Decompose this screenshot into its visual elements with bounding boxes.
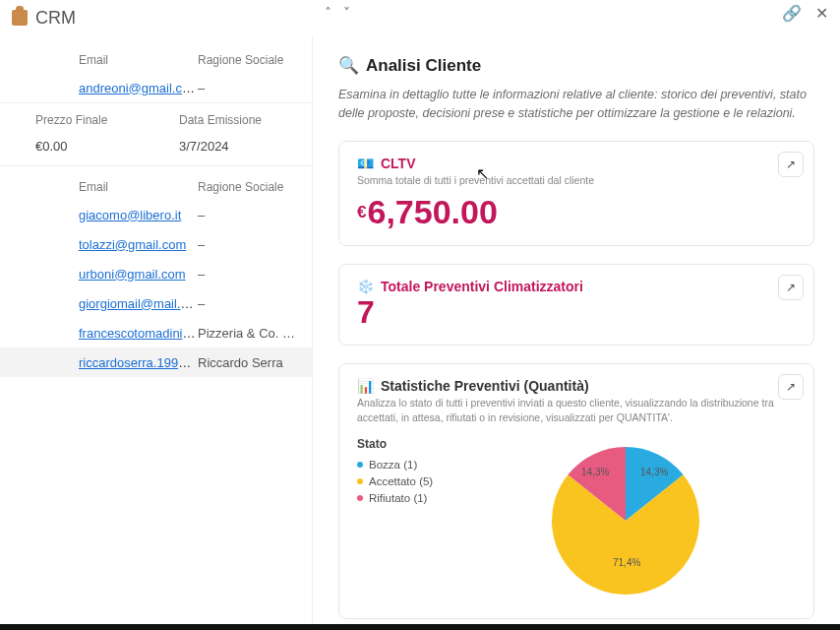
email-link[interactable]: tolazzi@gmail.com [79, 237, 186, 252]
cltv-amount: 6,750.00 [367, 193, 497, 230]
legend-label: Accettato (5) [369, 475, 433, 487]
bottom-bar [0, 624, 840, 630]
chart-icon: 📊 [357, 378, 374, 394]
ragione-cell: Pizzeria & Co. di Fran [198, 326, 300, 341]
email-link[interactable]: riccardoserra.1999@… [79, 355, 198, 370]
stats-title: 📊 Statistiche Preventivi (Quantità) [357, 378, 796, 394]
panel-title-text: Analisi Cliente [366, 56, 481, 76]
cltv-card: ↗ 💶 CLTV Somma totale di tutti i prevent… [338, 141, 814, 247]
close-icon[interactable]: ✕ [815, 4, 828, 23]
panel-toolbar: ˄ ˅ 🔗 ✕ [313, 0, 840, 26]
total-title: ❄️ Totale Preventivi Climatizzatori [357, 279, 796, 294]
ragione-cell: – [198, 208, 300, 222]
email-link[interactable]: giacomo@libero.it [79, 208, 181, 222]
left-header-c: Email Ragione Sociale [0, 166, 312, 200]
data-val: 3/7/2024 [179, 139, 229, 154]
hdr-ragione: Ragione Sociale [198, 53, 300, 67]
email-link[interactable]: francescotomadini@l… [79, 326, 198, 341]
list-item[interactable]: tolazzi@gmail.com – [0, 229, 312, 259]
list-item[interactable]: giacomo@libero.it – [0, 200, 312, 229]
panel-description: Esamina in dettaglio tutte le informazio… [338, 86, 814, 123]
list-item-selected[interactable]: riccardoserra.1999@… Riccardo Serra [0, 347, 312, 377]
pie-chart: 14,3% 71,4% 14,3% [542, 437, 709, 604]
legend-label: Rifiutato (1) [369, 492, 427, 504]
snowflake-icon: ❄️ [357, 279, 374, 294]
cltv-subtitle: Somma totale di tutti i preventivi accet… [357, 173, 796, 188]
cltv-title-text: CLTV [381, 156, 416, 171]
hdr-email: Email [79, 53, 198, 67]
prezzo-val: €0.00 [35, 139, 179, 154]
list-item[interactable]: giorgiomail@mail.com – [0, 288, 312, 318]
link-icon[interactable]: 🔗 [782, 4, 802, 23]
panel-body: 🔍 Analisi Cliente Esamina in dettaglio t… [313, 26, 840, 630]
expand-icon[interactable]: ↗ [778, 374, 804, 400]
email-link[interactable]: andreoni@gmail.com [79, 81, 198, 95]
expand-icon[interactable]: ↗ [778, 152, 804, 177]
ragione-cell: – [198, 296, 300, 311]
list-item[interactable]: urboni@gmail.com – [0, 259, 312, 288]
list-item[interactable]: francescotomadini@l… Pizzeria & Co. di F… [0, 318, 312, 347]
legend-item: Accettato (5) [357, 475, 524, 487]
legend-dot [357, 462, 363, 468]
cltv-value: €6,750.00 [357, 193, 796, 231]
stats-body: Stato Bozza (1) Accettato (5) Rifiutato … [357, 437, 796, 604]
legend-item: Bozza (1) [357, 459, 524, 471]
hdr-prezzo: Prezzo Finale [35, 113, 179, 127]
left-header-b: Prezzo Finale Data Emissione [0, 102, 312, 133]
left-pane: Email Ragione Sociale andreoni@gmail.com… [0, 35, 313, 630]
chevron-down-icon[interactable]: ˅ [343, 5, 350, 21]
ragione-cell: – [198, 237, 300, 252]
hdr-data: Data Emissione [179, 113, 262, 127]
total-card: ↗ ❄️ Totale Preventivi Climatizzatori 7 [338, 264, 814, 346]
total-value: 7 [357, 294, 796, 331]
cltv-title: 💶 CLTV [357, 156, 796, 171]
email-link[interactable]: giorgiomail@mail.com [79, 296, 198, 311]
total-title-text: Totale Preventivi Climatizzatori [381, 279, 583, 294]
hdr-email: Email [79, 180, 198, 194]
stats-subtitle: Analizza lo stato di tutti i preventivi … [357, 396, 796, 424]
ragione-cell: – [198, 81, 300, 95]
briefcase-icon [12, 10, 28, 26]
chevron-up-icon[interactable]: ˄ [325, 5, 331, 21]
stats-card: ↗ 📊 Statistiche Preventivi (Quantità) An… [338, 363, 814, 618]
expand-icon[interactable]: ↗ [778, 275, 804, 300]
ragione-cell: – [198, 267, 300, 282]
stats-title-text: Statistiche Preventivi (Quantità) [381, 378, 589, 394]
left-header-a: Email Ragione Sociale [0, 35, 312, 73]
pie-label: 14,3% [640, 467, 668, 477]
pie-label: 71,4% [613, 557, 640, 568]
legend-label: Bozza (1) [369, 459, 417, 471]
legend-dot [357, 478, 363, 484]
magnifier-icon: 🔍 [338, 55, 359, 76]
email-link[interactable]: urboni@gmail.com [79, 267, 186, 282]
legend-dot [357, 495, 363, 501]
app-title: CRM [35, 8, 76, 29]
cltv-currency: € [357, 203, 366, 221]
legend-title: Stato [357, 437, 524, 451]
list-item[interactable]: andreoni@gmail.com – [0, 73, 312, 102]
pie-label: 14,3% [581, 467, 609, 477]
cash-icon: 💶 [357, 156, 374, 171]
ragione-cell: Riccardo Serra [198, 355, 300, 370]
pie-svg [542, 437, 709, 604]
hdr-ragione: Ragione Sociale [198, 180, 300, 194]
legend-item: Rifiutato (1) [357, 492, 524, 504]
pie-legend: Stato Bozza (1) Accettato (5) Rifiutato … [357, 437, 524, 604]
panel-title: 🔍 Analisi Cliente [338, 55, 814, 76]
detail-row: €0.00 3/7/2024 [0, 133, 312, 166]
right-pane: ˄ ˅ 🔗 ✕ 🔍 Analisi Cliente Esamina in det… [313, 0, 840, 630]
